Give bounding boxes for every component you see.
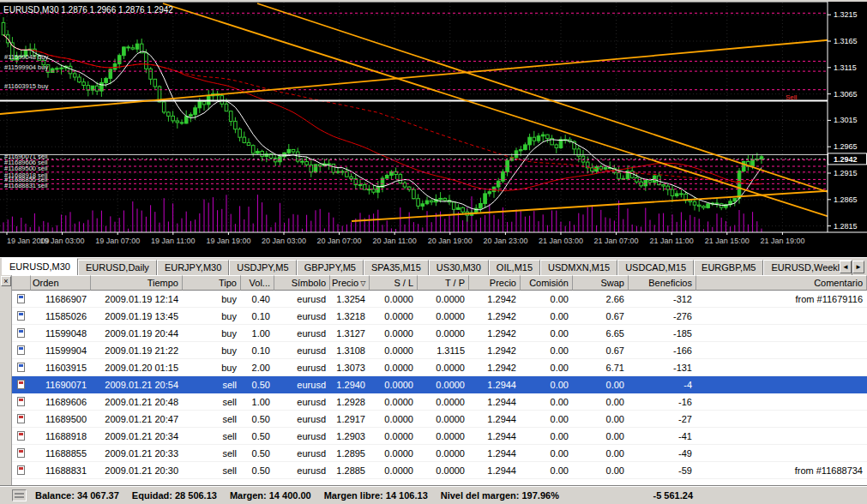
cell-symbol: eurusd <box>274 363 330 373</box>
cell-price: 1.3218 <box>330 311 370 321</box>
svg-text:1.3015: 1.3015 <box>834 116 858 124</box>
chart-area[interactable]: #11599048 buy#11599904 buy#11603915 buy#… <box>0 2 867 257</box>
cell-profit: -27 <box>629 414 696 424</box>
terminal-vertical-tab[interactable]: Terminal <box>0 451 12 483</box>
close-terminal-button[interactable]: × <box>1 276 11 286</box>
price-axis[interactable]: 1.32151.31651.31151.30651.30151.29651.29… <box>828 2 867 257</box>
chart-tab[interactable]: SPA35,M15 <box>364 260 429 275</box>
column-header-profit[interactable]: Beneficios <box>629 275 696 291</box>
cell-order: 11599048 <box>31 328 91 339</box>
cell-price2: 1.2942 <box>469 345 521 356</box>
orders-header-icon-cell <box>12 275 31 291</box>
cell-type: sell <box>183 380 241 390</box>
cell-symbol: eurusd <box>274 294 330 304</box>
order-type-icon <box>12 311 31 321</box>
order-row[interactable]: 116896062009.01.21 20:48sell1.00eurusd1.… <box>12 393 867 411</box>
cell-type: sell <box>183 397 241 407</box>
status-item: Margen: 14 400.00 <box>230 490 311 501</box>
chart-tab[interactable]: USDMXN,M15 <box>540 260 617 275</box>
order-type-icon <box>12 397 31 406</box>
order-row[interactable]: 115990482009.01.19 20:44buy1.00eurusd1.3… <box>12 325 867 342</box>
column-header-time[interactable]: Tiempo <box>91 275 183 291</box>
column-header-comment[interactable]: Comentario <box>696 275 867 291</box>
cell-sl: 0.0000 <box>370 448 418 459</box>
cell-tp: 0.0000 <box>418 431 469 441</box>
cell-time: 2009.01.21 20:54 <box>91 380 183 390</box>
cell-price2: 1.2944 <box>469 448 521 459</box>
svg-text:21 Jan 15:00: 21 Jan 15:00 <box>705 237 750 245</box>
price-chart[interactable]: #11599048 buy#11599904 buy#11603915 buy#… <box>0 2 867 257</box>
tab-scroll-right-button[interactable]: ► <box>852 261 864 273</box>
cell-price: 1.2928 <box>330 397 370 407</box>
cell-tp: 0.0000 <box>418 363 469 373</box>
chart-tab[interactable]: GBPJPY,M5 <box>297 260 364 275</box>
order-row[interactable]: 116895002009.01.21 20:47sell0.50eurusd1.… <box>12 411 867 428</box>
order-row[interactable]: 116039152009.01.20 01:15buy2.00eurusd1.3… <box>12 359 867 376</box>
chart-tab[interactable]: EURGBP,M5 <box>694 260 763 275</box>
column-header-tp[interactable]: T / P <box>418 275 469 291</box>
cell-time: 2009.01.19 20:44 <box>91 328 183 339</box>
chart-tab[interactable]: US30,M30 <box>429 260 489 275</box>
cell-order: 11689606 <box>31 397 91 407</box>
cell-profit: -276 <box>629 311 696 321</box>
svg-text:20 Jan 03:00: 20 Jan 03:00 <box>262 237 306 245</box>
cell-profit: -166 <box>629 345 696 356</box>
order-row[interactable]: 116889182009.01.21 20:34sell0.50eurusd1.… <box>12 428 867 445</box>
chart-tab[interactable]: USDJPY,M5 <box>229 260 296 275</box>
cell-symbol: eurusd <box>274 380 330 390</box>
order-row[interactable]: 116900712009.01.21 20:54sell0.50eurusd1.… <box>12 376 867 393</box>
column-header-order[interactable]: Orden <box>31 275 91 291</box>
cell-volume: 0.10 <box>241 311 274 321</box>
cell-price2: 1.2942 <box>469 294 521 304</box>
chart-annotation: Sell <box>786 93 798 101</box>
cell-volume: 0.50 <box>241 448 274 459</box>
chart-tab[interactable]: EURJPY,M30 <box>157 260 229 275</box>
cell-sl: 0.0000 <box>370 311 418 321</box>
cell-order: 11689500 <box>31 414 91 424</box>
cell-tp: 0.0000 <box>418 328 469 339</box>
column-header-commission[interactable]: Comisión <box>521 275 573 291</box>
cell-profit: -131 <box>629 363 696 373</box>
cell-symbol: eurusd <box>274 465 330 476</box>
column-header-swap[interactable]: Swap <box>573 275 629 291</box>
column-header-price[interactable]: Precio▽ <box>330 275 370 291</box>
order-row[interactable]: 115999042009.01.19 21:22buy0.10eurusd1.3… <box>12 342 867 359</box>
cell-type: buy <box>183 345 241 356</box>
chart-tab[interactable]: OIL,M15 <box>489 260 540 275</box>
cell-sl: 0.0000 <box>370 397 418 407</box>
column-header-price2[interactable]: Precio <box>469 275 521 291</box>
column-header-symbol[interactable]: Símbolo <box>274 275 330 291</box>
orders-table-header: OrdenTiempoTipoVol...SímboloPrecio▽S / L… <box>12 275 867 291</box>
svg-text:#11688831 sell: #11688831 sell <box>4 182 48 189</box>
chart-tab[interactable]: USDCAD,M15 <box>617 260 694 275</box>
cell-type: sell <box>183 448 241 459</box>
svg-text:19 Jan 07:00: 19 Jan 07:00 <box>95 237 140 245</box>
cell-volume: 1.00 <box>241 328 274 339</box>
order-row[interactable]: 116888552009.01.21 20:33sell0.50eurusd1.… <box>12 445 867 462</box>
chart-tab[interactable]: EURUSD,M30 <box>2 258 78 275</box>
order-row[interactable]: 115850262009.01.19 13:45buy0.10eurusd1.3… <box>12 308 867 325</box>
cell-tp: 0.0000 <box>418 380 469 390</box>
cell-comment: from #11688734 <box>696 465 867 476</box>
order-row[interactable]: 116869072009.01.19 12:14buy0.40eurusd1.3… <box>12 291 867 308</box>
cell-symbol: eurusd <box>274 328 330 339</box>
chart-tab[interactable]: EURUSD,Daily <box>78 260 157 275</box>
svg-text:1.3215: 1.3215 <box>834 10 858 19</box>
tab-scroll-left-button[interactable]: ◄ <box>840 261 852 273</box>
cell-type: sell <box>183 414 241 424</box>
column-header-volume[interactable]: Vol... <box>241 275 274 291</box>
cell-volume: 2.00 <box>241 363 274 373</box>
cell-swap: 0.00 <box>573 380 629 390</box>
status-bar: Balance: 34 067.37Equidad: 28 506.13Marg… <box>0 485 867 504</box>
column-header-sl[interactable]: S / L <box>370 275 418 291</box>
cell-symbol: eurusd <box>274 397 330 407</box>
cell-order: 11690071 <box>31 380 91 390</box>
cell-swap: 0.00 <box>573 448 629 459</box>
svg-text:1.3065: 1.3065 <box>834 90 858 99</box>
chart-tab-bar: EURUSD,M30EURUSD,DailyEURJPY,M30USDJPY,M… <box>0 257 867 275</box>
cell-tp: 0.0000 <box>418 397 469 407</box>
cell-sl: 0.0000 <box>370 294 418 304</box>
order-row[interactable]: 116888312009.01.21 20:30sell0.50eurusd1.… <box>12 462 867 479</box>
column-header-type[interactable]: Tipo <box>183 275 241 291</box>
cell-volume: 1.00 <box>241 397 274 407</box>
